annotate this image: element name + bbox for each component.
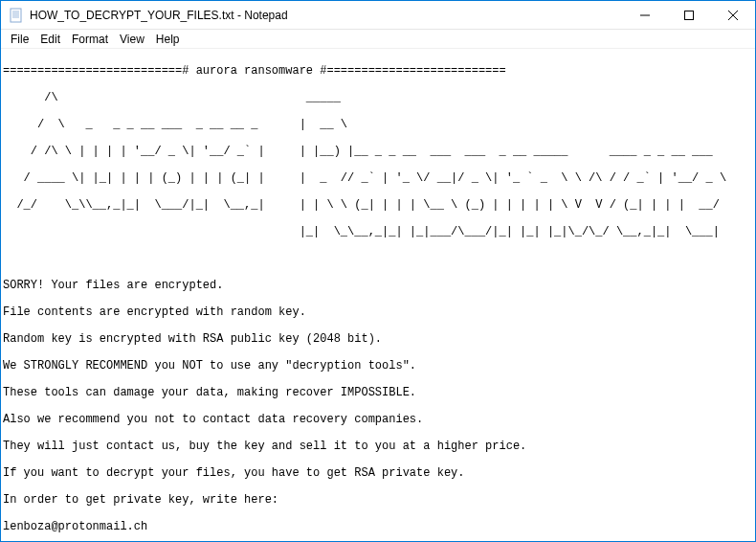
- body-text: SORRY! Your files are encrypted.: [3, 279, 753, 292]
- menu-edit[interactable]: Edit: [34, 31, 66, 48]
- body-text: If you want to decrypt your files, you h…: [3, 466, 753, 480]
- titlebar: HOW_TO_DECRYPT_YOUR_FILES.txt - Notepad: [1, 1, 755, 30]
- content-header: ==========================# aurora ranso…: [3, 64, 753, 78]
- menubar: File Edit Format View Help: [1, 30, 755, 49]
- body-text: [3, 252, 753, 265]
- body-text: lenboza@protonmail.ch: [3, 520, 753, 533]
- svg-rect-6: [685, 11, 694, 19]
- menu-file[interactable]: File: [5, 31, 34, 48]
- body-text: File contents are encrypted with random …: [3, 305, 753, 319]
- body-text: We STRONGLY RECOMMEND you NOT to use any…: [3, 359, 753, 373]
- ascii-art: / /\ \ | | | | '__/ _ \| '__/ _` | | |__…: [3, 145, 753, 158]
- body-text: These tools can damage your data, making…: [3, 386, 753, 399]
- minimize-button[interactable]: [623, 1, 667, 29]
- menu-help[interactable]: Help: [150, 31, 186, 48]
- window-controls: [623, 1, 755, 29]
- notepad-icon: [9, 8, 24, 23]
- maximize-button[interactable]: [667, 1, 711, 29]
- body-text: They will just contact us, buy the key a…: [3, 440, 753, 453]
- close-button[interactable]: [711, 1, 755, 29]
- ascii-art: /_/ \_\\__,_|_| \___/|_| \__,_| | | \ \ …: [3, 198, 753, 212]
- ascii-art: / \ _ _ _ __ ___ _ __ __ _ | __ \: [3, 118, 753, 131]
- ascii-art: /\ _____: [3, 91, 753, 104]
- body-text: In order to get private key, write here:: [3, 493, 753, 507]
- ascii-art: |_| \_\__,_|_| |_|___/\___/|_| |_| |_|\_…: [3, 225, 753, 238]
- ascii-art: / ____ \| |_| | | | (_) | | | (_| | | _ …: [3, 171, 753, 185]
- menu-format[interactable]: Format: [66, 31, 114, 48]
- menu-view[interactable]: View: [114, 31, 150, 48]
- body-text: Random key is encrypted with RSA public …: [3, 332, 753, 346]
- body-text: Also we recommend you not to contact dat…: [3, 413, 753, 426]
- text-content[interactable]: ==========================# aurora ranso…: [1, 49, 755, 541]
- window-title: HOW_TO_DECRYPT_YOUR_FILES.txt - Notepad: [30, 9, 623, 22]
